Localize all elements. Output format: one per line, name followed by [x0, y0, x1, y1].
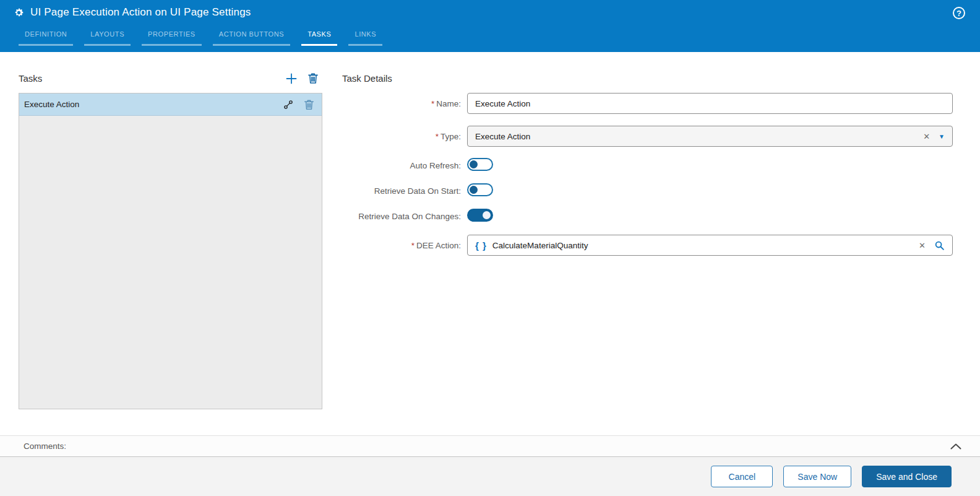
- comments-expand-button[interactable]: [950, 443, 961, 450]
- trash-icon: [307, 72, 319, 84]
- retrieve-data-on-start-toggle[interactable]: [467, 183, 493, 196]
- comments-bar[interactable]: Comments:: [0, 435, 980, 456]
- trash-icon: [304, 99, 314, 110]
- toggle-knob: [483, 211, 491, 219]
- auto-refresh-toggle[interactable]: [467, 158, 493, 171]
- gear-icon: [14, 7, 24, 18]
- tab-properties[interactable]: PROPERTIES: [142, 25, 202, 46]
- task-item-icons: [283, 99, 314, 110]
- tasks-actions: [285, 72, 322, 85]
- toggle-knob: [470, 160, 478, 168]
- tasks-list: Execute Action: [19, 93, 322, 409]
- dee-action-lookup[interactable]: { } CalculateMaterialQuantity ✕: [467, 235, 953, 256]
- chevron-up-icon: [950, 443, 961, 450]
- dee-action-row: *DEE Action: { } CalculateMaterialQuanti…: [342, 235, 953, 256]
- save-now-button[interactable]: Save Now: [783, 466, 851, 487]
- name-label: *Name:: [342, 99, 467, 108]
- name-row: *Name:: [342, 93, 953, 114]
- dee-action-label: *DEE Action:: [342, 241, 467, 250]
- link-icon: [283, 100, 293, 110]
- task-link-button[interactable]: [283, 100, 293, 110]
- delete-task-button[interactable]: [307, 72, 319, 84]
- retrieve-data-on-start-row: Retrieve Data On Start:: [342, 184, 953, 198]
- tab-tasks[interactable]: TASKS: [301, 25, 337, 46]
- task-delete-button[interactable]: [304, 99, 314, 110]
- dee-action-search-button[interactable]: [934, 240, 945, 251]
- cancel-button[interactable]: Cancel: [711, 466, 773, 487]
- required-marker: *: [411, 241, 415, 250]
- tasks-panel-header: Tasks: [19, 64, 322, 93]
- required-marker: *: [436, 132, 439, 141]
- dee-action-clear-icon[interactable]: ✕: [919, 241, 926, 250]
- help-icon[interactable]: ?: [953, 7, 965, 19]
- auto-refresh-label: Auto Refresh:: [342, 161, 467, 170]
- task-details-panel: Task Details *Name: *Type: Execute Actio…: [342, 64, 953, 268]
- braces-icon: { }: [475, 240, 487, 251]
- save-and-close-button[interactable]: Save and Close: [862, 466, 952, 487]
- dee-action-value: CalculateMaterialQuantity: [492, 241, 913, 250]
- comments-label: Comments:: [24, 442, 66, 451]
- retrieve-data-on-changes-toggle[interactable]: [467, 209, 493, 222]
- header: UI Page Execution Action on UI Page Sett…: [0, 0, 980, 52]
- auto-refresh-row: Auto Refresh:: [342, 159, 953, 172]
- required-marker: *: [431, 99, 434, 108]
- tab-action-buttons[interactable]: ACTION BUTTONS: [213, 25, 290, 46]
- page-title: UI Page Execution Action on UI Page Sett…: [30, 6, 251, 19]
- tab-definition[interactable]: DEFINITION: [19, 25, 73, 46]
- retrieve-data-on-start-label: Retrieve Data On Start:: [342, 186, 467, 196]
- search-icon: [934, 240, 945, 251]
- toggle-knob: [470, 186, 478, 194]
- type-clear-icon[interactable]: ✕: [923, 132, 930, 141]
- task-details-title: Task Details: [342, 73, 392, 84]
- task-item-label: Execute Action: [24, 100, 79, 109]
- name-input[interactable]: [467, 93, 953, 114]
- tasks-panel-title: Tasks: [19, 73, 42, 84]
- tab-bar: DEFINITION LAYOUTS PROPERTIES ACTION BUT…: [0, 25, 980, 52]
- type-row: *Type: Execute Action ✕ ▼: [342, 126, 953, 147]
- plus-icon: [285, 72, 298, 85]
- add-task-button[interactable]: [285, 72, 298, 85]
- task-list-item[interactable]: Execute Action: [19, 94, 322, 116]
- main-content: Tasks Execute Action: [0, 52, 980, 435]
- type-label: *Type:: [342, 132, 467, 141]
- chevron-down-icon[interactable]: ▼: [939, 133, 945, 140]
- title-row: UI Page Execution Action on UI Page Sett…: [0, 0, 980, 25]
- tasks-panel: Tasks Execute Action: [19, 64, 322, 409]
- retrieve-data-on-changes-label: Retrieve Data On Changes:: [342, 212, 467, 221]
- tab-layouts[interactable]: LAYOUTS: [84, 25, 131, 46]
- type-select[interactable]: Execute Action ✕ ▼: [467, 126, 953, 147]
- footer: Cancel Save Now Save and Close: [0, 456, 980, 496]
- task-details-header: Task Details: [342, 64, 953, 93]
- retrieve-data-on-changes-row: Retrieve Data On Changes:: [342, 209, 953, 223]
- type-value: Execute Action: [475, 132, 917, 141]
- tab-links[interactable]: LINKS: [348, 25, 382, 46]
